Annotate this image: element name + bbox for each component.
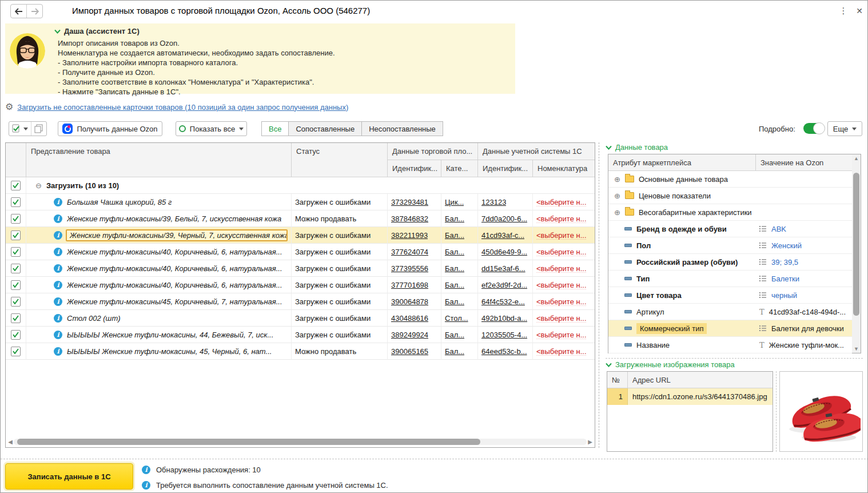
load-unmatched-link[interactable]: Загрузить не сопоставленные карточки тов…	[17, 103, 348, 112]
forward-button[interactable]	[26, 5, 42, 18]
info-icon[interactable]: i	[54, 314, 62, 323]
table-row[interactable]: iЫЫЫЫЫ Женские туфли-мокасины, 44, Бежев…	[6, 327, 595, 343]
ozon-id-link[interactable]: 377701698	[391, 281, 428, 289]
table-row[interactable]: iЖенские туфли-мокасины/40, Коричневый, …	[6, 277, 595, 293]
id-1c-link[interactable]: 12035505-4...	[481, 331, 527, 339]
images-section-header[interactable]: Загруженные изображения товара	[606, 360, 735, 369]
row-checkbox[interactable]	[11, 347, 21, 356]
header-product-name[interactable]: Представление товара	[26, 143, 292, 177]
ozon-id-link[interactable]: 377395556	[391, 264, 428, 273]
header-nomenclature[interactable]: Номенклатура	[533, 160, 595, 177]
gear-icon[interactable]: ⚙	[5, 102, 13, 112]
attribute-group-row[interactable]: ⊕Ценовые показатели	[608, 188, 852, 204]
choose-nomenclature-link[interactable]: <выберите н...	[536, 314, 587, 323]
more-menu-icon[interactable]: ⋮	[838, 5, 849, 17]
collapse-icon[interactable]: ⊖	[35, 181, 42, 190]
attribute-row[interactable]: Пол Женский	[608, 237, 852, 254]
info-icon[interactable]: i	[54, 281, 62, 289]
row-checkbox[interactable]	[11, 297, 21, 307]
attribute-value-link[interactable]: ABK	[771, 225, 786, 233]
category-link[interactable]: Бал...	[445, 297, 464, 306]
scrollbar-thumb[interactable]	[17, 439, 480, 445]
scroll-up-icon[interactable]: ▲	[852, 156, 861, 161]
table-row[interactable]: iБольшая Чашка цикорий, 85 г Загружен с …	[6, 194, 595, 210]
category-link[interactable]: Бал...	[445, 264, 464, 273]
category-link[interactable]: Бал...	[445, 281, 464, 289]
back-button[interactable]	[11, 5, 26, 18]
table-row-selected[interactable]: iЖенские туфли-мокасины/39, Черный, 7, и…	[6, 227, 595, 244]
category-link[interactable]: Бал...	[445, 214, 464, 223]
close-icon[interactable]: ✕	[854, 5, 865, 17]
ozon-id-link[interactable]: 377624074	[391, 248, 428, 256]
category-link[interactable]: Стол...	[445, 314, 468, 323]
show-all-button[interactable]: Показать все	[176, 121, 247, 136]
group-row[interactable]: ⊖ Загрузить (10 из 10)	[6, 177, 595, 194]
group-checkbox[interactable]	[11, 181, 21, 190]
horizontal-scrollbar[interactable]: ◀ ▶	[7, 438, 594, 446]
expand-icon[interactable]: ⊕	[614, 208, 620, 217]
header-ozon-id[interactable]: Идентифик...	[388, 160, 441, 177]
row-checkbox[interactable]	[11, 247, 21, 257]
attribute-value-link[interactable]: Женский	[771, 241, 802, 250]
get-ozon-data-button[interactable]: Получить данные Ozon	[58, 121, 162, 136]
choose-nomenclature-link[interactable]: <выберите н...	[536, 347, 587, 356]
header-number[interactable]: №	[607, 372, 628, 388]
attribute-row[interactable]: Бренд в одежде и обуви ABK	[608, 221, 852, 237]
id-1c-link[interactable]: 492b10bd-a...	[481, 314, 527, 323]
header-status[interactable]: Статус	[292, 143, 388, 177]
row-checkbox[interactable]	[11, 230, 21, 240]
info-icon[interactable]: i	[54, 248, 62, 256]
attribute-group-row[interactable]: ⊕Основные данные товара	[608, 171, 852, 188]
panel-splitter[interactable]	[599, 142, 599, 448]
header-attribute[interactable]: Атрибут маркетплейса	[608, 154, 756, 171]
header-accounting-group[interactable]: Данные учетной системы 1С	[478, 143, 595, 160]
category-link[interactable]: Цик...	[445, 198, 464, 206]
ozon-id-link[interactable]: 430488616	[391, 314, 428, 323]
choose-nomenclature-link[interactable]: <выберите н...	[536, 231, 587, 240]
assistant-header[interactable]: Даша (ассистент 1С)	[54, 27, 140, 35]
info-icon[interactable]: i	[54, 331, 62, 339]
table-row[interactable]: iЖенские туфли-мокасины/39, Белый, 7, ис…	[6, 210, 595, 227]
check-all-button[interactable]	[9, 122, 31, 136]
choose-nomenclature-link[interactable]: <выберите н...	[536, 297, 587, 306]
attribute-row[interactable]: Цвет товара черный	[608, 287, 852, 304]
choose-nomenclature-link[interactable]: <выберите н...	[536, 281, 587, 289]
id-1c-link[interactable]: 450d6e49-9...	[481, 248, 527, 256]
table-row[interactable]: iЖенские туфли-мокасины/45, Коричневый, …	[6, 293, 595, 310]
header-url[interactable]: Адрес URL	[628, 372, 773, 388]
category-link[interactable]: Бал...	[445, 331, 464, 339]
info-icon[interactable]: i	[54, 347, 62, 356]
id-1c-link[interactable]: 7dd0a200-6...	[481, 214, 527, 223]
scroll-right-icon[interactable]: ▶	[587, 439, 594, 445]
row-checkbox[interactable]	[11, 313, 21, 323]
scroll-down-icon[interactable]: ▼	[852, 346, 861, 352]
detail-toggle[interactable]	[803, 123, 825, 134]
category-link[interactable]: Бал...	[445, 347, 464, 356]
attribute-group-row[interactable]: ⊕Весогабаритные характеристики	[608, 204, 852, 221]
product-data-section-header[interactable]: Данные товара	[606, 143, 668, 152]
ozon-id-link[interactable]: 387846832	[391, 214, 428, 223]
ozon-id-link[interactable]: 382211993	[391, 231, 428, 240]
copy-button[interactable]	[31, 122, 46, 136]
header-value[interactable]: Значение на Ozon	[756, 154, 852, 171]
attribute-row[interactable]: Артикул T41cd93af-c148-494d-...	[608, 304, 852, 320]
choose-nomenclature-link[interactable]: <выберите н...	[536, 264, 587, 273]
vertical-scrollbar[interactable]: ▲ ▼	[852, 154, 861, 353]
save-to-1c-button[interactable]: Записать данные в 1С	[5, 463, 133, 490]
info-icon[interactable]: i	[54, 297, 62, 306]
category-link[interactable]: Бал...	[445, 248, 464, 256]
attribute-row[interactable]: Название TЖенские туфли-мок...	[608, 337, 852, 353]
choose-nomenclature-link[interactable]: <выберите н...	[536, 214, 587, 223]
tab-matched[interactable]: Сопоставленные	[289, 121, 362, 136]
image-url-row-selected[interactable]: 1 https://cdn1.ozone.ru/s3/6441370486.jp…	[607, 388, 773, 405]
expand-icon[interactable]: ⊕	[614, 175, 620, 184]
category-link[interactable]: Бал...	[445, 231, 464, 240]
attribute-value-link[interactable]: Балетки	[771, 275, 799, 283]
header-category[interactable]: Кате...	[441, 160, 478, 177]
choose-nomenclature-link[interactable]: <выберите н...	[536, 248, 587, 256]
ozon-id-link[interactable]: 389249924	[391, 331, 428, 339]
info-icon[interactable]: i	[54, 231, 62, 240]
attribute-row-selected[interactable]: Коммерческий тип Балетки для девочки	[608, 320, 852, 337]
id-1c-link[interactable]: ef2e3d9f-2d...	[481, 281, 527, 289]
scroll-left-icon[interactable]: ◀	[7, 439, 14, 445]
